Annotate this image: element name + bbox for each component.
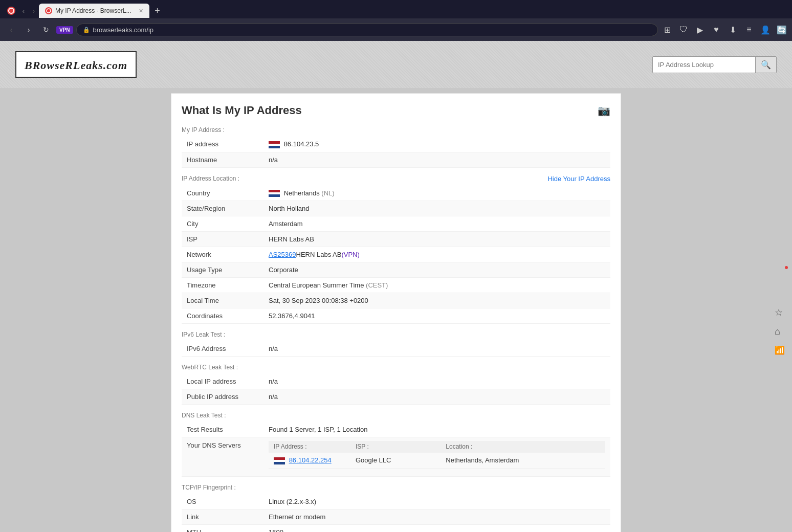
dns-ip-link[interactable]: 86.104.22.254	[289, 456, 332, 464]
ipv6-table: IPv6 Address n/a	[182, 341, 610, 357]
timezone-label: Timezone	[182, 278, 263, 293]
ip-address-label: IP address	[182, 137, 263, 152]
table-row: Your DNS Servers IP Address : ISP : Loca…	[182, 437, 610, 477]
dns-servers-value: IP Address : ISP : Location : 86.104.22.…	[263, 437, 610, 477]
search-input[interactable]	[653, 58, 755, 72]
timezone-abbr: (CEST)	[366, 281, 388, 289]
dns-table: Test Results Found 1 Server, 1 ISP, 1 Lo…	[182, 422, 610, 477]
isp-label: ISP	[182, 232, 263, 247]
back-btn[interactable]: ‹	[4, 23, 18, 37]
my-ip-table: IP address 86.104.23.5 Hostname n/a	[182, 137, 610, 168]
dns-flag	[274, 457, 285, 464]
url-text: browserleaks.com/ip	[93, 26, 154, 34]
tab-favicon	[45, 7, 52, 14]
play-icon[interactable]: ▶	[694, 24, 706, 36]
download-icon[interactable]: ⬇	[727, 24, 739, 36]
dns-server-location: Netherlands, Amsterdam	[441, 453, 605, 469]
update-icon[interactable]: 🔄	[776, 24, 788, 36]
page-title-bar: What Is My IP Address 📷	[182, 104, 610, 117]
back-tab-btn[interactable]: ‹	[18, 6, 29, 16]
right-sidebar: ☆ ⌂ 📶	[775, 307, 785, 355]
table-row: Test Results Found 1 Server, 1 ISP, 1 Lo…	[182, 422, 610, 437]
table-row: City Amsterdam	[182, 216, 610, 232]
table-row: Timezone Central European Summer Time (C…	[182, 278, 610, 293]
camera-icon[interactable]: 📷	[598, 104, 610, 117]
search-btn[interactable]: 🔍	[755, 57, 776, 73]
hide-ip-link[interactable]: Hide Your IP Address	[547, 175, 610, 183]
table-row: Usage Type Corporate	[182, 262, 610, 278]
address-bar[interactable]: 🔒 browserleaks.com/ip	[76, 24, 658, 36]
link-value: Ethernet or modem	[263, 509, 610, 524]
tab-bar: ‹ › My IP Address - BrowserL... ✕ +	[0, 0, 792, 18]
shield-icon[interactable]: 🛡	[677, 24, 690, 36]
table-row: Link Ethernet or modem	[182, 509, 610, 524]
country-value: Netherlands (NL)	[263, 186, 610, 201]
table-row: IPv6 Address n/a	[182, 341, 610, 357]
dns-section-label: DNS Leak Test :	[182, 411, 610, 420]
network-link[interactable]: AS25369	[269, 251, 296, 258]
coordinates-label: Coordinates	[182, 308, 263, 324]
country-flag	[269, 190, 280, 197]
timezone-value: Central European Summer Time (CEST)	[263, 278, 610, 293]
dns-server-row: 86.104.22.254 Google LLC Netherlands, Am…	[269, 453, 605, 469]
public-ip-value: n/a	[263, 389, 610, 405]
main-content: What Is My IP Address 📷 My IP Address : …	[171, 93, 621, 532]
dns-col-location: Location :	[441, 441, 605, 453]
usage-type-value: Corporate	[263, 262, 610, 278]
table-row: Public IP address n/a	[182, 389, 610, 405]
opera-logo	[4, 4, 18, 18]
forward-tab-btn[interactable]: ›	[29, 6, 39, 16]
tcpip-section-label: TCP/IP Fingerprint :	[182, 483, 610, 492]
menu-icon[interactable]: ≡	[743, 24, 755, 36]
public-ip-label: Public IP address	[182, 389, 263, 405]
network-label: Network	[182, 247, 263, 262]
wifi-sidebar-icon[interactable]: 📶	[775, 345, 785, 355]
city-value: Amsterdam	[263, 216, 610, 232]
page-wrapper: BRowseRLeaks.com 🔍 What Is My IP Address…	[0, 41, 792, 532]
browser-chrome: ‹ › My IP Address - BrowserL... ✕ + ‹ › …	[0, 0, 792, 41]
star-sidebar-icon[interactable]: ☆	[775, 307, 785, 318]
dns-server-ip: 86.104.22.254	[269, 453, 350, 469]
table-row: State/Region North Holland	[182, 201, 610, 216]
table-row: OS Linux (2.2.x-3.x)	[182, 494, 610, 509]
city-label: City	[182, 216, 263, 232]
vpn-tag: (VPN)	[341, 251, 359, 258]
hostname-value: n/a	[263, 152, 610, 167]
site-logo[interactable]: BRowseRLeaks.com	[15, 51, 137, 78]
new-tab-btn[interactable]: +	[151, 5, 164, 17]
home-sidebar-icon[interactable]: ⌂	[775, 326, 785, 337]
dns-col-ip: IP Address :	[269, 441, 350, 453]
active-tab[interactable]: My IP Address - BrowserL... ✕	[39, 4, 149, 18]
local-time-label: Local Time	[182, 293, 263, 308]
state-value: North Holland	[263, 201, 610, 216]
logo-container: BRowseRLeaks.com	[15, 51, 137, 78]
dns-server-isp: Google LLC	[350, 453, 441, 469]
logo-text: BRowseRLeaks.com	[25, 59, 127, 72]
tab-close-btn[interactable]: ✕	[139, 8, 143, 14]
usage-type-label: Usage Type	[182, 262, 263, 278]
heart-icon[interactable]: ♥	[710, 24, 722, 36]
extensions-icon[interactable]: ⊞	[661, 24, 673, 36]
local-ip-label: Local IP address	[182, 374, 263, 389]
mtu-value: 1500	[263, 524, 610, 532]
os-label: OS	[182, 494, 263, 509]
local-time-value: Sat, 30 Sep 2023 00:08:38 +0200	[263, 293, 610, 308]
state-label: State/Region	[182, 201, 263, 216]
svg-point-2	[45, 7, 52, 14]
test-results-label: Test Results	[182, 422, 263, 437]
dns-header-row: IP Address : ISP : Location :	[269, 441, 605, 453]
page-title: What Is My IP Address	[182, 104, 302, 117]
country-label: Country	[182, 186, 263, 201]
location-table: Country Netherlands (NL) State/Region No…	[182, 186, 610, 324]
local-ip-value: n/a	[263, 374, 610, 389]
webrtc-section-label: WebRTC Leak Test :	[182, 363, 610, 372]
link-label: Link	[182, 509, 263, 524]
vpn-badge[interactable]: VPN	[56, 26, 73, 34]
my-ip-section-label: My IP Address :	[182, 125, 610, 135]
forward-btn[interactable]: ›	[21, 23, 36, 37]
profile-icon[interactable]: 👤	[759, 24, 772, 36]
table-row: Country Netherlands (NL)	[182, 186, 610, 201]
coordinates-value: 52.3676,4.9041	[263, 308, 610, 324]
refresh-btn[interactable]: ↻	[39, 23, 53, 37]
netherlands-flag	[269, 141, 280, 148]
